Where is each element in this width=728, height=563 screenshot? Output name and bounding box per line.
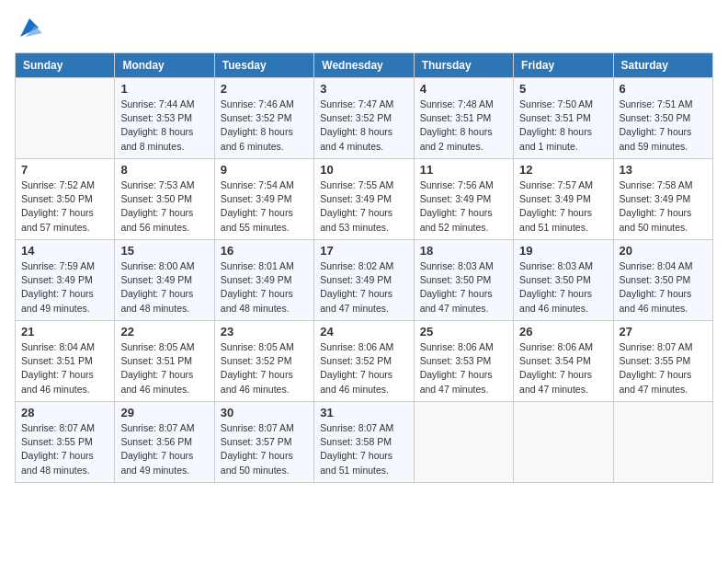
calendar-cell: 15Sunrise: 8:00 AMSunset: 3:49 PMDayligh… xyxy=(115,240,214,321)
day-header-monday: Monday xyxy=(115,53,214,78)
cell-day-number: 12 xyxy=(519,163,607,177)
calendar-week-row: 21Sunrise: 8:04 AMSunset: 3:51 PMDayligh… xyxy=(16,321,713,402)
cell-info: Sunrise: 8:07 AMSunset: 3:55 PMDaylight:… xyxy=(21,421,108,477)
calendar-week-row: 7Sunrise: 7:52 AMSunset: 3:50 PMDaylight… xyxy=(16,159,713,240)
cell-info: Sunrise: 7:48 AMSunset: 3:51 PMDaylight:… xyxy=(420,98,507,154)
cell-info: Sunrise: 7:53 AMSunset: 3:50 PMDaylight:… xyxy=(120,178,208,235)
cell-info: Sunrise: 8:04 AMSunset: 3:50 PMDaylight:… xyxy=(620,259,707,316)
cell-info: Sunrise: 8:07 AMSunset: 3:57 PMDaylight:… xyxy=(221,421,308,477)
cell-info: Sunrise: 8:07 AMSunset: 3:58 PMDaylight:… xyxy=(320,421,407,477)
calendar-cell: 30Sunrise: 8:07 AMSunset: 3:57 PMDayligh… xyxy=(214,402,313,483)
calendar-header-row: SundayMondayTuesdayWednesdayThursdayFrid… xyxy=(16,53,713,78)
logo xyxy=(15,15,42,45)
cell-info: Sunrise: 8:05 AMSunset: 3:51 PMDaylight:… xyxy=(120,340,208,396)
day-header-friday: Friday xyxy=(514,53,613,78)
calendar-cell: 2Sunrise: 7:46 AMSunset: 3:52 PMDaylight… xyxy=(214,78,313,159)
calendar-cell: 18Sunrise: 8:03 AMSunset: 3:50 PMDayligh… xyxy=(414,240,513,321)
cell-day-number: 2 xyxy=(221,82,308,96)
calendar-cell: 1Sunrise: 7:44 AMSunset: 3:53 PMDaylight… xyxy=(115,78,214,159)
cell-info: Sunrise: 7:51 AMSunset: 3:50 PMDaylight:… xyxy=(620,98,707,154)
cell-info: Sunrise: 8:06 AMSunset: 3:52 PMDaylight:… xyxy=(320,340,407,396)
calendar-cell: 4Sunrise: 7:48 AMSunset: 3:51 PMDaylight… xyxy=(414,78,513,159)
calendar-week-row: 14Sunrise: 7:59 AMSunset: 3:49 PMDayligh… xyxy=(16,240,713,321)
calendar-cell: 22Sunrise: 8:05 AMSunset: 3:51 PMDayligh… xyxy=(115,321,214,402)
cell-info: Sunrise: 7:57 AMSunset: 3:49 PMDaylight:… xyxy=(519,178,607,235)
cell-info: Sunrise: 8:00 AMSunset: 3:49 PMDaylight:… xyxy=(120,259,208,316)
cell-info: Sunrise: 7:55 AMSunset: 3:49 PMDaylight:… xyxy=(320,178,407,235)
cell-day-number: 13 xyxy=(620,163,707,177)
day-header-sunday: Sunday xyxy=(16,53,115,78)
calendar-cell: 21Sunrise: 8:04 AMSunset: 3:51 PMDayligh… xyxy=(16,321,115,402)
calendar-cell: 25Sunrise: 8:06 AMSunset: 3:53 PMDayligh… xyxy=(414,321,513,402)
calendar-cell: 11Sunrise: 7:56 AMSunset: 3:49 PMDayligh… xyxy=(414,159,513,240)
calendar-week-row: 28Sunrise: 8:07 AMSunset: 3:55 PMDayligh… xyxy=(16,402,713,483)
calendar-cell: 12Sunrise: 7:57 AMSunset: 3:49 PMDayligh… xyxy=(514,159,613,240)
cell-info: Sunrise: 8:06 AMSunset: 3:54 PMDaylight:… xyxy=(519,340,607,396)
calendar-week-row: 1Sunrise: 7:44 AMSunset: 3:53 PMDaylight… xyxy=(16,78,713,159)
cell-day-number: 4 xyxy=(420,82,507,96)
cell-day-number: 15 xyxy=(120,244,208,258)
cell-day-number: 23 xyxy=(221,325,308,339)
cell-day-number: 17 xyxy=(320,244,407,258)
day-header-saturday: Saturday xyxy=(613,53,712,78)
cell-day-number: 8 xyxy=(120,163,208,177)
cell-day-number: 20 xyxy=(620,244,707,258)
cell-day-number: 5 xyxy=(519,82,607,96)
cell-day-number: 27 xyxy=(620,325,707,339)
cell-info: Sunrise: 7:46 AMSunset: 3:52 PMDaylight:… xyxy=(221,98,308,154)
calendar-cell: 20Sunrise: 8:04 AMSunset: 3:50 PMDayligh… xyxy=(613,240,712,321)
header xyxy=(15,15,713,45)
cell-info: Sunrise: 7:59 AMSunset: 3:49 PMDaylight:… xyxy=(21,259,108,316)
calendar-cell: 24Sunrise: 8:06 AMSunset: 3:52 PMDayligh… xyxy=(314,321,414,402)
calendar-cell xyxy=(613,402,712,483)
calendar-cell: 27Sunrise: 8:07 AMSunset: 3:55 PMDayligh… xyxy=(613,321,712,402)
calendar-cell xyxy=(414,402,513,483)
calendar-cell: 8Sunrise: 7:53 AMSunset: 3:50 PMDaylight… xyxy=(115,159,214,240)
cell-info: Sunrise: 8:06 AMSunset: 3:53 PMDaylight:… xyxy=(420,340,507,396)
cell-info: Sunrise: 8:02 AMSunset: 3:49 PMDaylight:… xyxy=(320,259,407,316)
calendar-cell xyxy=(16,78,115,159)
calendar-cell: 31Sunrise: 8:07 AMSunset: 3:58 PMDayligh… xyxy=(314,402,414,483)
day-header-tuesday: Tuesday xyxy=(214,53,313,78)
logo-icon xyxy=(17,15,42,40)
calendar-cell: 10Sunrise: 7:55 AMSunset: 3:49 PMDayligh… xyxy=(314,159,414,240)
cell-info: Sunrise: 8:07 AMSunset: 3:56 PMDaylight:… xyxy=(120,421,208,477)
cell-day-number: 14 xyxy=(21,244,108,258)
calendar-cell: 19Sunrise: 8:03 AMSunset: 3:50 PMDayligh… xyxy=(514,240,613,321)
cell-info: Sunrise: 7:44 AMSunset: 3:53 PMDaylight:… xyxy=(120,98,208,154)
calendar-cell: 28Sunrise: 8:07 AMSunset: 3:55 PMDayligh… xyxy=(16,402,115,483)
cell-info: Sunrise: 7:50 AMSunset: 3:51 PMDaylight:… xyxy=(519,98,607,154)
cell-day-number: 9 xyxy=(221,163,308,177)
cell-day-number: 18 xyxy=(420,244,507,258)
calendar-cell: 26Sunrise: 8:06 AMSunset: 3:54 PMDayligh… xyxy=(514,321,613,402)
cell-day-number: 10 xyxy=(320,163,407,177)
calendar-cell: 5Sunrise: 7:50 AMSunset: 3:51 PMDaylight… xyxy=(514,78,613,159)
cell-day-number: 22 xyxy=(120,325,208,339)
cell-info: Sunrise: 7:56 AMSunset: 3:49 PMDaylight:… xyxy=(420,178,507,235)
cell-info: Sunrise: 7:52 AMSunset: 3:50 PMDaylight:… xyxy=(21,178,108,235)
cell-day-number: 21 xyxy=(21,325,108,339)
cell-day-number: 31 xyxy=(320,406,407,419)
calendar-cell: 6Sunrise: 7:51 AMSunset: 3:50 PMDaylight… xyxy=(613,78,712,159)
cell-info: Sunrise: 7:54 AMSunset: 3:49 PMDaylight:… xyxy=(221,178,308,235)
calendar-cell: 29Sunrise: 8:07 AMSunset: 3:56 PMDayligh… xyxy=(115,402,214,483)
cell-info: Sunrise: 8:04 AMSunset: 3:51 PMDaylight:… xyxy=(21,340,108,396)
calendar-cell: 16Sunrise: 8:01 AMSunset: 3:49 PMDayligh… xyxy=(214,240,313,321)
cell-info: Sunrise: 8:03 AMSunset: 3:50 PMDaylight:… xyxy=(519,259,607,316)
cell-day-number: 7 xyxy=(21,163,108,177)
cell-day-number: 11 xyxy=(420,163,507,177)
cell-info: Sunrise: 8:03 AMSunset: 3:50 PMDaylight:… xyxy=(420,259,507,316)
cell-day-number: 3 xyxy=(320,82,407,96)
cell-info: Sunrise: 7:58 AMSunset: 3:49 PMDaylight:… xyxy=(620,178,707,235)
calendar-cell: 9Sunrise: 7:54 AMSunset: 3:49 PMDaylight… xyxy=(214,159,313,240)
cell-info: Sunrise: 7:47 AMSunset: 3:52 PMDaylight:… xyxy=(320,98,407,154)
day-header-thursday: Thursday xyxy=(414,53,513,78)
cell-day-number: 29 xyxy=(120,406,208,419)
logo-text xyxy=(15,15,42,45)
cell-day-number: 30 xyxy=(221,406,308,419)
cell-day-number: 19 xyxy=(519,244,607,258)
cell-day-number: 6 xyxy=(620,82,707,96)
calendar-table: SundayMondayTuesdayWednesdayThursdayFrid… xyxy=(15,52,713,483)
cell-info: Sunrise: 8:07 AMSunset: 3:55 PMDaylight:… xyxy=(620,340,707,396)
day-header-wednesday: Wednesday xyxy=(314,53,414,78)
